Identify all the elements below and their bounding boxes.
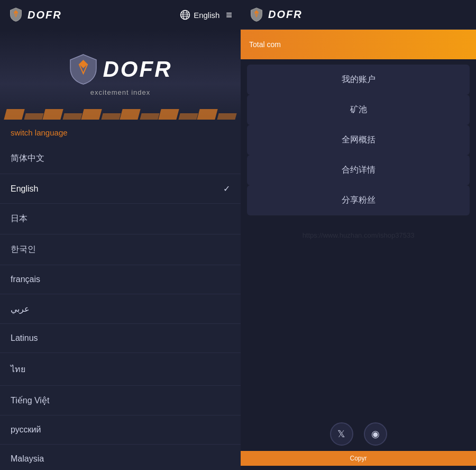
language-button[interactable]: English: [180, 10, 219, 20]
left-logo-text: DOFR: [28, 9, 62, 21]
deco-line-5: [81, 109, 102, 120]
copyright-bar: Copyr: [241, 451, 476, 466]
twitter-button[interactable]: 𝕏: [330, 422, 353, 446]
lang-item-vi[interactable]: Tiếng Việt: [0, 386, 241, 415]
lang-label-vi: Tiếng Việt: [11, 395, 49, 405]
menu-item-pool[interactable]: 矿池: [247, 95, 470, 125]
left-panel: DOFR English ≡: [0, 0, 241, 470]
globe-icon: [180, 10, 190, 20]
deco-line-10: [178, 113, 198, 120]
hamburger-menu-button[interactable]: ≡: [226, 9, 232, 21]
right-panel: DOFR Total com 我的账户矿池全网概括合约详情分享粉丝 𝕏 ◉: [241, 0, 476, 470]
hero-shield-icon: [69, 53, 98, 85]
menu-item-account[interactable]: 我的账户: [247, 65, 470, 95]
lang-label-ms: Malaysia: [11, 454, 44, 464]
switch-language-label: switch language: [0, 120, 241, 143]
deco-line-12: [217, 113, 236, 120]
deco-line-6: [101, 113, 121, 120]
left-header: DOFR English ≡: [0, 0, 241, 30]
deco-line-3: [42, 109, 63, 120]
lang-label-ko: 한국인: [11, 244, 36, 255]
logo-area: DOFR: [8, 7, 62, 22]
header-lang-label: English: [194, 11, 219, 20]
right-logo-text: DOFR: [268, 8, 303, 21]
lang-item-th[interactable]: ไทย: [0, 353, 241, 386]
left-header-right: English ≡: [180, 9, 232, 21]
right-header: DOFR: [241, 0, 476, 30]
menu-item-contract[interactable]: 合约详情: [247, 155, 470, 185]
right-logo-area: DOFR: [249, 7, 303, 22]
menu-item-share[interactable]: 分享粉丝: [247, 185, 470, 215]
deco-line-11: [197, 109, 217, 120]
right-menu-items: 我的账户矿池全网概括合约详情分享粉丝: [241, 59, 476, 221]
social-other-icon: ◉: [371, 428, 380, 440]
hero-area: DOFR excitement index: [0, 30, 241, 120]
check-icon-en: ✓: [223, 184, 230, 194]
right-menu-list: 我的账户矿池全网概括合约详情分享粉丝: [247, 65, 470, 215]
lang-item-ja[interactable]: 日本: [0, 204, 241, 234]
hero-brand-text: DOFR: [103, 57, 172, 82]
deco-lines: [0, 98, 241, 120]
lang-item-la[interactable]: Latinus: [0, 324, 241, 353]
copyright-text: Copyr: [350, 455, 367, 462]
lang-label-la: Latinus: [11, 333, 38, 343]
logo-shield-icon: [8, 7, 23, 22]
lang-label-ja: 日本: [11, 213, 28, 224]
lang-label-fr: français: [11, 275, 40, 284]
lang-item-zh[interactable]: 简体中文: [0, 143, 241, 174]
social-icons: 𝕏 ◉: [330, 422, 387, 446]
menu-item-overview[interactable]: 全网概括: [247, 125, 470, 155]
right-content: Total com 我的账户矿池全网概括合约详情分享粉丝 𝕏 ◉ Copyr: [241, 30, 476, 470]
social-other-button[interactable]: ◉: [364, 422, 387, 446]
total-text: Total com: [249, 40, 281, 49]
bottom-area: 𝕏 ◉ Copyr: [241, 414, 476, 470]
excitement-label: excitement index: [90, 88, 151, 96]
deco-line-2: [24, 113, 43, 120]
lang-label-ru: русский: [11, 425, 41, 435]
lang-item-ar[interactable]: عربي: [0, 294, 241, 324]
lang-item-en[interactable]: English✓: [0, 174, 241, 204]
right-logo-shield-icon: [249, 7, 264, 22]
deco-line-4: [62, 113, 82, 120]
lang-label-ar: عربي: [11, 304, 30, 314]
deco-line-1: [4, 109, 24, 120]
top-bar: Total com: [241, 30, 476, 59]
language-list: 简体中文English✓日本한국인françaisعربيLatinusไทยT…: [0, 143, 241, 470]
twitter-icon: 𝕏: [337, 428, 345, 440]
deco-line-9: [158, 109, 179, 120]
lang-item-ko[interactable]: 한국인: [0, 234, 241, 265]
lang-item-ru[interactable]: русский: [0, 415, 241, 445]
lang-label-en: English: [11, 184, 38, 194]
hamburger-icon: ≡: [226, 9, 232, 21]
lang-label-zh: 简体中文: [11, 153, 44, 164]
lang-item-fr[interactable]: français: [0, 265, 241, 294]
lang-label-th: ไทย: [11, 363, 25, 376]
language-menu: switch language 简体中文English✓日本한국인françai…: [0, 120, 241, 470]
hero-logo: DOFR: [69, 53, 172, 85]
deco-line-7: [120, 109, 140, 120]
lang-item-ms[interactable]: Malaysia: [0, 445, 241, 470]
deco-line-8: [140, 113, 159, 120]
